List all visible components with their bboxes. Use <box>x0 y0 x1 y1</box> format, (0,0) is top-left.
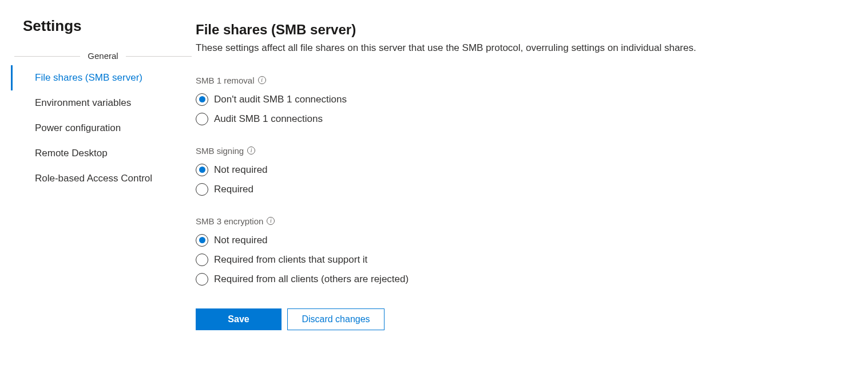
group-label: SMB 1 removal <box>196 76 255 85</box>
radio-signing-required[interactable]: Required <box>196 180 845 199</box>
radio-label: Not required <box>214 164 268 176</box>
info-icon[interactable]: i <box>258 76 266 84</box>
radio-label: Required from clients that support it <box>214 254 367 266</box>
radio-input[interactable] <box>196 234 208 247</box>
sidebar-item-label: File shares (SMB server) <box>35 72 142 83</box>
settings-sidebar: Settings General File shares (SMB server… <box>0 17 183 330</box>
radio-input[interactable] <box>196 254 208 266</box>
sidebar-item-label: Environment variables <box>35 97 131 108</box>
sidebar-item-label: Remote Desktop <box>35 148 108 159</box>
radio-signing-not-required[interactable]: Not required <box>196 160 845 180</box>
radio-input[interactable] <box>196 164 208 176</box>
radio-input[interactable] <box>196 113 208 125</box>
group-smb1-removal: SMB 1 removal i Don't audit SMB 1 connec… <box>196 76 845 129</box>
page-description: These settings affect all file shares on… <box>196 41 845 55</box>
group-label: SMB signing <box>196 146 244 156</box>
sidebar-item-remote-desktop[interactable]: Remote Desktop <box>11 141 183 166</box>
radio-dont-audit-smb1[interactable]: Don't audit SMB 1 connections <box>196 90 845 109</box>
radio-label: Required <box>214 184 253 195</box>
page-title: File shares (SMB server) <box>196 22 845 38</box>
sidebar-item-label: Role-based Access Control <box>35 173 152 184</box>
radio-audit-smb1[interactable]: Audit SMB 1 connections <box>196 109 845 129</box>
sidebar-title: Settings <box>23 17 183 35</box>
radio-label: Required from all clients (others are re… <box>214 274 409 285</box>
radio-input[interactable] <box>196 93 208 106</box>
radio-input[interactable] <box>196 183 208 196</box>
sidebar-item-power-configuration[interactable]: Power configuration <box>11 116 183 141</box>
button-row: Save Discard changes <box>196 308 845 330</box>
group-smb3-encryption: SMB 3 encryption i Not required Required… <box>196 216 845 289</box>
sidebar-section-heading: General <box>14 51 192 61</box>
discard-button[interactable]: Discard changes <box>287 308 385 330</box>
radio-encryption-not-required[interactable]: Not required <box>196 231 845 250</box>
sidebar-item-environment-variables[interactable]: Environment variables <box>11 90 183 116</box>
group-smb-signing: SMB signing i Not required Required <box>196 146 845 199</box>
sidebar-item-file-shares[interactable]: File shares (SMB server) <box>11 65 183 90</box>
info-icon[interactable]: i <box>267 217 275 225</box>
radio-input[interactable] <box>196 273 208 286</box>
radio-encryption-required-supporting[interactable]: Required from clients that support it <box>196 250 845 270</box>
sidebar-nav: File shares (SMB server) Environment var… <box>23 65 183 191</box>
radio-encryption-required-all[interactable]: Required from all clients (others are re… <box>196 270 845 289</box>
sidebar-item-label: Power configuration <box>35 122 121 133</box>
main-content: File shares (SMB server) These settings … <box>183 17 868 330</box>
radio-label: Not required <box>214 235 268 246</box>
radio-label: Don't audit SMB 1 connections <box>214 94 347 105</box>
sidebar-item-rbac[interactable]: Role-based Access Control <box>11 166 183 191</box>
save-button[interactable]: Save <box>196 308 282 330</box>
radio-label: Audit SMB 1 connections <box>214 113 323 125</box>
group-label: SMB 3 encryption <box>196 216 263 226</box>
info-icon[interactable]: i <box>247 147 255 155</box>
